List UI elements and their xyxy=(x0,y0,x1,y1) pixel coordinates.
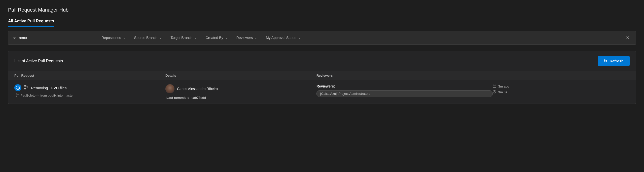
list-title: List of Active Pull Requests xyxy=(14,59,63,63)
time-created-value: 3m ago xyxy=(498,84,509,88)
reviewers-chevron: ⌄ xyxy=(255,36,257,39)
approval-status-label: My Approval Status xyxy=(266,36,296,40)
svg-point-2 xyxy=(24,88,26,89)
col-extra xyxy=(493,74,630,77)
svg-point-5 xyxy=(16,96,17,97)
approval-status-chevron: ⌄ xyxy=(298,36,300,39)
repositories-label: Repositories xyxy=(101,36,121,40)
branch-text: PagBoleto -> from bugfix into master xyxy=(20,94,74,97)
source-branch-chevron: ⌄ xyxy=(159,36,161,39)
refresh-label: Refresh xyxy=(610,59,624,63)
list-header: List of Active Pull Requests ↻ Refresh xyxy=(8,51,636,71)
svg-point-6 xyxy=(18,94,18,95)
filter-bar: Repositories ⌄ Source Branch ⌄ Target Br… xyxy=(8,31,636,45)
commit-label: Last commit id: xyxy=(166,96,191,100)
time-row-duration: 3m 3s xyxy=(493,90,507,94)
avatar-img xyxy=(165,84,174,93)
approval-status-dropdown[interactable]: My Approval Status ⌄ xyxy=(262,34,304,41)
author-avatar xyxy=(165,84,174,93)
source-branch-label: Source Branch xyxy=(134,36,158,40)
created-by-chevron: ⌄ xyxy=(225,36,227,39)
section-header: All Active Pull Requests xyxy=(8,19,636,27)
pr-branch-info: PagBoleto -> from bugfix into master xyxy=(14,93,165,98)
section-label: All Active Pull Requests xyxy=(8,19,54,27)
pr-cell: Removing TFVC files PagBoleto xyxy=(14,84,165,98)
refresh-icon: ↻ xyxy=(604,59,607,63)
svg-rect-7 xyxy=(493,85,496,88)
refresh-button[interactable]: ↻ Refresh xyxy=(598,56,630,66)
calendar-icon xyxy=(493,84,496,89)
filter-icon xyxy=(12,35,16,40)
svg-point-3 xyxy=(27,86,28,88)
author-row: Carlos Alessandro Ribeiro xyxy=(165,84,316,93)
details-cell: Carlos Alessandro Ribeiro Last commit id… xyxy=(165,84,316,100)
source-branch-dropdown[interactable]: Source Branch ⌄ xyxy=(131,34,165,41)
reviewers-cell: Reviewers: [Caixa Azul]\Project Administ… xyxy=(316,84,493,97)
pr-title-row: Removing TFVC files xyxy=(14,84,165,91)
created-by-label: Created By xyxy=(206,36,223,40)
reviewer-badge: [Caixa Azul]\Project Administrators xyxy=(316,90,493,97)
search-input[interactable] xyxy=(19,36,88,40)
reviewers-filter-label: Reviewers xyxy=(236,36,253,40)
pr-status-icon xyxy=(14,84,21,91)
filter-dropdowns: Repositories ⌄ Source Branch ⌄ Target Br… xyxy=(98,34,624,41)
table-header: Pull Request Details Reviewers xyxy=(8,71,636,80)
time-cell: 3m ago 3m 3s xyxy=(493,84,630,94)
target-branch-chevron: ⌄ xyxy=(195,36,197,39)
col-pull-request: Pull Request xyxy=(14,74,165,77)
clear-filter-button[interactable]: ✕ xyxy=(624,34,632,41)
repositories-chevron: ⌄ xyxy=(123,36,125,39)
target-branch-label: Target Branch xyxy=(170,36,192,40)
reviewers-cell-label: Reviewers: xyxy=(316,84,493,88)
created-by-dropdown[interactable]: Created By ⌄ xyxy=(202,34,231,41)
time-row-created: 3m ago xyxy=(493,84,509,89)
list-section: List of Active Pull Requests ↻ Refresh P… xyxy=(8,51,636,104)
time-duration-value: 3m 3s xyxy=(498,90,507,94)
target-branch-dropdown[interactable]: Target Branch ⌄ xyxy=(167,34,200,41)
branch-fork-icon xyxy=(15,93,19,98)
table-row: Removing TFVC files PagBoleto xyxy=(8,80,636,104)
pr-branch-icon xyxy=(24,85,28,91)
filter-search-area xyxy=(12,35,93,40)
commit-info: Last commit id: cab73ddd xyxy=(165,96,316,100)
pr-name: Removing TFVC files xyxy=(31,86,66,90)
author-name: Carlos Alessandro Ribeiro xyxy=(177,87,218,91)
col-reviewers: Reviewers xyxy=(316,74,493,77)
clock-icon xyxy=(493,90,496,94)
commit-id: cab73ddd xyxy=(192,96,206,100)
repositories-dropdown[interactable]: Repositories ⌄ xyxy=(98,34,129,41)
reviewers-dropdown[interactable]: Reviewers ⌄ xyxy=(233,34,260,41)
col-details: Details xyxy=(165,74,316,77)
app-title: Pull Request Manager Hub xyxy=(8,7,636,13)
